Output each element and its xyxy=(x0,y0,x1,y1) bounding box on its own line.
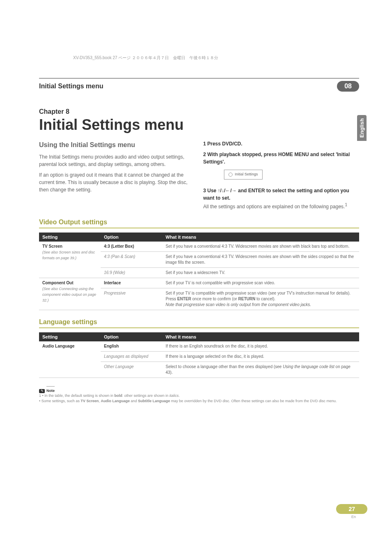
using-heading: Using the Initial Settings menu xyxy=(39,140,195,150)
step-3: 3 Use ↑/↓/←/→ and ENTER to select the se… xyxy=(203,187,360,202)
left-column: Using the Initial Settings menu The Init… xyxy=(39,140,195,210)
meaning-cell: If there is a language selected on the d… xyxy=(162,351,359,362)
main-title: Initial Settings menu xyxy=(39,116,359,134)
step-1: 1 Press DVD/CD. xyxy=(203,140,360,147)
right-column: 1 Press DVD/CD. 2 With playback stopped,… xyxy=(203,140,360,210)
note-label: Note xyxy=(46,386,55,394)
meaning-cell: Set if you have a widescreen TV. xyxy=(162,267,359,278)
video-output-table: Setting Option What it means TV Screen (… xyxy=(39,233,359,310)
table-row: Audio Language English If there is an En… xyxy=(39,341,359,352)
th-option: Option xyxy=(101,233,162,242)
th-meaning: What it means xyxy=(162,233,359,242)
option-cell: Interlace xyxy=(101,278,162,288)
option-cell: Languages as displayed xyxy=(101,351,162,362)
option-cell: 4:3 (Pan & Scan) xyxy=(101,251,162,267)
setting-audio-language: Audio Language xyxy=(39,341,101,378)
meaning-cell: Select to choose a language other than t… xyxy=(162,362,359,378)
th-meaning: What it means xyxy=(162,332,359,341)
header-badge: 08 xyxy=(337,81,359,92)
intro-columns: Using the Initial Settings menu The Init… xyxy=(39,140,359,210)
meaning-cell: Set if you have a conventional 4:3 TV. W… xyxy=(162,251,359,267)
step-3-desc: All the settings and options are explain… xyxy=(203,202,360,210)
table-header-row: Setting Option What it means xyxy=(39,233,359,242)
video-output-heading: Video Output settings xyxy=(39,219,359,228)
note-section: ✎Note 1 • In the table, the default sett… xyxy=(39,386,359,404)
th-setting: Setting xyxy=(39,233,101,242)
setting-tv-screen: TV Screen (See also Screen sizes and dis… xyxy=(39,242,101,278)
note-icon: ✎ xyxy=(39,389,45,393)
note-line-2: • Some settings, such as TV Screen, Audi… xyxy=(39,399,337,403)
option-cell: 16:9 (Wide) xyxy=(101,267,162,278)
intro-p2: If an option is grayed out it means that… xyxy=(39,171,195,193)
table-row: Component Out (See also Connecting using… xyxy=(39,278,359,288)
meaning-cell: Set if your TV is compatible with progre… xyxy=(162,288,359,310)
language-settings-heading: Language settings xyxy=(39,318,359,328)
setting-component-out: Component Out (See also Connecting using… xyxy=(39,278,101,310)
option-cell: Progressive xyxy=(101,288,162,310)
header-bar: Initial Settings menu 08 xyxy=(39,78,359,92)
header-title: Initial Settings menu xyxy=(39,83,103,90)
table-row: TV Screen (See also Screen sizes and dis… xyxy=(39,242,359,252)
option-cell: English xyxy=(101,341,162,352)
chapter-label: Chapter 8 xyxy=(39,108,359,115)
note-line-1: 1 • In the table, the default setting is… xyxy=(39,394,180,398)
book-page-info: XV-DV353_555.book 27 ページ ２００６年４月７日 金曜日 午… xyxy=(73,55,218,61)
language-tab: English xyxy=(357,115,367,141)
page-lang: En xyxy=(351,515,356,519)
step-2: 2 With playback stopped, press HOME MENU… xyxy=(203,151,360,166)
option-cell: 4:3 (Letter Box) xyxy=(101,242,162,252)
page-number: 27 xyxy=(336,504,367,514)
gear-icon xyxy=(228,173,233,177)
table-header-row: Setting Option What it means xyxy=(39,332,359,341)
th-setting: Setting xyxy=(39,332,101,341)
box-label: Initial Settings xyxy=(235,172,258,177)
meaning-cell: Set if your TV is not compatible with pr… xyxy=(162,278,359,288)
meaning-cell: Set if you have a conventional 4:3 TV. W… xyxy=(162,242,359,252)
meaning-cell: If there is an English soundtrack on the… xyxy=(162,341,359,352)
language-settings-table: Setting Option What it means Audio Langu… xyxy=(39,332,359,378)
option-cell: Other Language xyxy=(101,362,162,378)
initial-settings-box: Initial Settings xyxy=(224,170,263,180)
th-option: Option xyxy=(101,332,162,341)
intro-p1: The Initial Settings menu provides audio… xyxy=(39,153,195,168)
